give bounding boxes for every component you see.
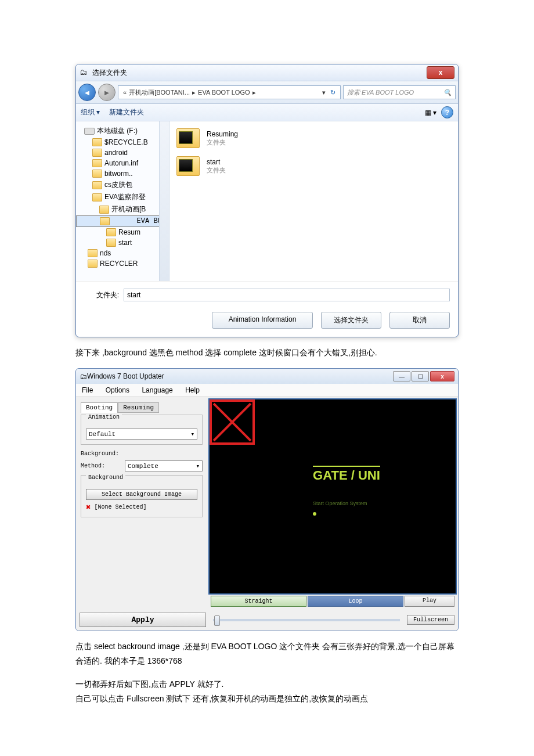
folder-item[interactable]: start文件夹 (176, 156, 451, 176)
tree-item[interactable]: RECYCLER (76, 258, 169, 269)
folder-icon (92, 149, 102, 157)
preview-subtext: Start Operation System (313, 501, 367, 506)
preview-dot-icon (313, 512, 316, 516)
tree-item[interactable]: android (76, 147, 169, 158)
none-selected-row: ✖ [None Selected] (86, 502, 197, 512)
refresh-icon[interactable]: ↻ (327, 89, 337, 96)
animation-info-button[interactable]: Animation Information (212, 312, 313, 329)
tab-resuming[interactable]: Resuming (118, 402, 159, 413)
doc-paragraph: 自己可以点击 Fullscreen 测试下 还有,恢复和开机的动画是独立的,改恢… (75, 692, 459, 706)
nav-tree[interactable]: 本地磁盘 (F:) $RECYCLE.B android Autorun.inf… (76, 121, 169, 281)
doc-paragraph: 点击 select backround image ,还是到 EVA BOOT … (75, 639, 459, 668)
folder-icon (92, 170, 102, 178)
search-icon: 🔍 (443, 89, 452, 96)
tree-item[interactable]: bitworm.. (76, 168, 169, 179)
folder-icon (106, 228, 116, 236)
folder-name-input[interactable] (124, 289, 450, 301)
method-select[interactable]: Complete▾ (125, 460, 203, 471)
tree-item[interactable]: nds (76, 248, 169, 258)
boot-updater-window: 🗂 Windows 7 Boot Updater — ☐ x File Opti… (75, 368, 459, 631)
forward-button[interactable]: ► (98, 84, 116, 101)
apply-button[interactable]: Apply (80, 613, 206, 627)
app-icon: 🗂 (80, 372, 87, 381)
cancel-button[interactable]: 取消 (389, 312, 450, 329)
new-folder-button[interactable]: 新建文件夹 (109, 107, 144, 117)
help-icon[interactable]: ? (441, 106, 453, 118)
folder-item[interactable]: Resuming文件夹 (176, 128, 451, 148)
background-group: Background Select Background Image ✖ [No… (81, 475, 203, 517)
bottom-bar: Apply Fullscreen (76, 609, 458, 631)
folder-icon (88, 260, 98, 268)
tab-booting[interactable]: Booting (81, 402, 118, 413)
tree-item[interactable]: Autorun.inf (76, 158, 169, 168)
fullscreen-button[interactable]: Fullscreen (407, 615, 454, 625)
error-cross-icon (210, 399, 255, 445)
titlebar: 🗂 选择文件夹 x (76, 64, 458, 81)
toolbar: 组织 ▾ 新建文件夹 ▦ ▾ ? (76, 104, 458, 121)
folder-icon (106, 239, 116, 247)
folder-icon (176, 128, 200, 148)
folder-icon (92, 193, 102, 201)
folder-label: 文件夹: (84, 290, 119, 300)
maximize-button[interactable]: ☐ (412, 371, 429, 381)
tree-item[interactable]: 开机动画[B (76, 203, 169, 215)
nav-row: ◄ ► « 开机动画[BOOTANI... ▸ EVA BOOT LOGO ▸ … (76, 81, 458, 104)
folder-icon (100, 217, 110, 225)
method-label: Method: (81, 463, 120, 469)
tree-item-selected[interactable]: EVA BOO (76, 215, 169, 227)
close-button[interactable]: x (427, 66, 454, 79)
dropdown-icon[interactable]: ▾ (321, 89, 327, 96)
menu-file[interactable]: File (82, 386, 93, 394)
disk-icon (84, 128, 95, 135)
settings-panel: Booting Resuming Animation Default▾ Back… (76, 397, 207, 596)
view-button[interactable]: ▦ ▾ (425, 109, 436, 117)
doc-paragraph: 接下来 ,background 选黑色 method 选择 complete 这… (75, 345, 459, 360)
folder-icon (99, 206, 109, 214)
preview-area: GATE / UNI Start Operation System (208, 398, 457, 595)
menu-help[interactable]: Help (185, 386, 200, 394)
titlebar: 🗂 Windows 7 Boot Updater — ☐ x (76, 369, 458, 384)
close-button[interactable]: x (430, 371, 454, 381)
menu-options[interactable]: Options (106, 386, 129, 394)
explorer-body: 本地磁盘 (F:) $RECYCLE.B android Autorun.inf… (76, 121, 458, 281)
background-label: Background: (81, 451, 120, 457)
doc-paragraph: 一切都弄好后如下图,点击 APPLY 就好了. (75, 677, 459, 692)
chevron-down-icon: ▾ (196, 462, 200, 470)
loop-button[interactable]: Loop (308, 596, 403, 607)
tree-item[interactable]: EVA监察部登 (76, 191, 169, 203)
menu-language[interactable]: Language (142, 386, 172, 394)
tree-item[interactable]: Resum (76, 227, 169, 237)
tree-item[interactable]: $RECYCLE.B (76, 137, 169, 147)
mode-row: Straight Loop Play (76, 596, 458, 609)
folder-icon (92, 159, 102, 167)
chevron-down-icon: ▾ (190, 430, 194, 438)
preview-text: GATE / UNI (313, 466, 380, 483)
folder-picker-window: 🗂 选择文件夹 x ◄ ► « 开机动画[BOOTANI... ▸ EVA BO… (75, 64, 459, 337)
tree-item[interactable]: cs皮肤包 (76, 179, 169, 191)
progress-slider[interactable] (213, 619, 400, 621)
folder-icon (92, 181, 102, 189)
app-icon: 🗂 (80, 68, 89, 77)
search-input[interactable]: 搜索 EVA BOOT LOGO 🔍 (343, 85, 456, 99)
window-title: Windows 7 Boot Updater (87, 372, 393, 380)
back-button[interactable]: ◄ (78, 84, 96, 101)
address-bar[interactable]: « 开机动画[BOOTANI... ▸ EVA BOOT LOGO ▸ ▾ ↻ (118, 85, 341, 99)
error-icon: ✖ (86, 502, 91, 512)
menu-bar: File Options Language Help (76, 384, 458, 397)
folder-icon (88, 249, 98, 257)
file-list[interactable]: Resuming文件夹 start文件夹 (169, 121, 458, 281)
folder-icon (92, 138, 102, 146)
animation-group: Animation Default▾ (81, 415, 203, 445)
button-row: Animation Information 选择文件夹 取消 (76, 308, 458, 337)
minimize-button[interactable]: — (393, 371, 410, 381)
select-folder-button[interactable]: 选择文件夹 (321, 312, 381, 329)
folder-icon (176, 156, 200, 176)
window-title: 选择文件夹 (92, 68, 427, 78)
tree-item[interactable]: start (76, 237, 169, 248)
straight-button[interactable]: Straight (211, 596, 306, 607)
tree-item[interactable]: 本地磁盘 (F:) (76, 125, 169, 137)
play-button[interactable]: Play (405, 596, 454, 607)
organize-menu[interactable]: 组织 ▾ (81, 107, 100, 117)
animation-select[interactable]: Default▾ (86, 429, 197, 440)
select-bg-button[interactable]: Select Background Image (86, 489, 197, 500)
